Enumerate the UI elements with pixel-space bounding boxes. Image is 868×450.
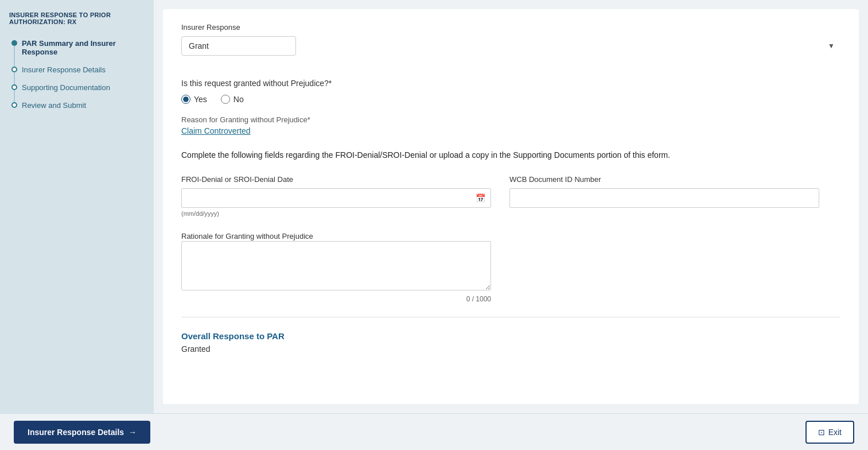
sidebar-item-label: Review and Submit (22, 101, 86, 110)
main-content: Insurer Response Grant Deny Modify ▼ Is … (154, 0, 868, 413)
prejudice-section: Is this request granted without Prejudic… (181, 79, 840, 104)
nav-dot (11, 67, 17, 72)
date-hint: (mm/dd/yyyy) (181, 210, 491, 217)
prejudice-yes-label: Yes (194, 95, 207, 104)
sidebar-item-label: Supporting Documentation (22, 83, 110, 92)
nav-connector (14, 56, 15, 61)
overall-response-title: Overall Response to PAR (181, 331, 840, 341)
reason-label: Reason for Granting without Prejudice* (181, 115, 840, 124)
section-divider (181, 317, 840, 317)
exit-icon: ⊡ (818, 428, 825, 437)
wcb-doc-id-field: WCB Document ID Number (509, 175, 819, 208)
overall-response-section: Overall Response to PAR Granted (181, 331, 840, 354)
wcb-doc-id-label: WCB Document ID Number (509, 175, 819, 184)
rationale-textarea[interactable] (181, 241, 491, 290)
overall-response-value: Granted (181, 344, 840, 354)
froi-denial-input[interactable] (181, 188, 491, 208)
sidebar-item-label: PAR Summary and Insurer Response (22, 39, 145, 56)
prejudice-no-radio[interactable] (221, 95, 230, 104)
rationale-label: Rationale for Granting without Prejudice (181, 232, 313, 240)
prejudice-question: Is this request granted without Prejudic… (181, 79, 840, 88)
prejudice-no-label: No (233, 95, 244, 104)
sidebar-header: INSURER RESPONSE TO PRIOR AUTHORIZATION:… (9, 11, 145, 25)
prejudice-radio-group: Yes No (181, 95, 840, 104)
nav-connector (14, 92, 15, 96)
insurer-response-select[interactable]: Grant Deny Modify (181, 36, 296, 56)
char-count: 0 / 1000 (181, 295, 491, 303)
nav-dot (11, 40, 17, 46)
insurer-response-field: Insurer Response Grant Deny Modify ▼ (181, 23, 840, 67)
prejudice-yes-radio[interactable] (181, 95, 190, 104)
next-button[interactable]: Insurer Response Details → (14, 421, 150, 444)
exit-button[interactable]: ⊡ Exit (805, 421, 854, 444)
insurer-response-label: Insurer Response (181, 23, 840, 32)
wcb-doc-id-input[interactable] (509, 188, 819, 208)
footer: Insurer Response Details → ⊡ Exit (0, 413, 868, 450)
chevron-down-icon: ▼ (828, 42, 835, 50)
froi-denial-field: FROI-Denial or SROI-Denial Date 📅 (mm/dd… (181, 175, 491, 217)
notice-text: Complete the following fields regarding … (181, 149, 840, 161)
froi-denial-input-wrapper: 📅 (181, 188, 491, 208)
next-button-label: Insurer Response Details (28, 428, 124, 437)
reason-section: Reason for Granting without Prejudice* C… (181, 115, 840, 135)
sidebar-item-review-and-submit[interactable]: Review and Submit (9, 96, 145, 114)
next-arrow-icon: → (129, 428, 137, 437)
froi-wcb-row: FROI-Denial or SROI-Denial Date 📅 (mm/dd… (181, 175, 840, 217)
nav-connector (14, 74, 15, 79)
sidebar-nav: PAR Summary and Insurer Response Insurer… (9, 34, 145, 114)
sidebar-item-supporting-documentation[interactable]: Supporting Documentation (9, 79, 145, 96)
nav-dot (11, 84, 17, 90)
nav-dot (11, 102, 17, 108)
insurer-response-select-wrapper: Grant Deny Modify ▼ (181, 36, 840, 56)
form-card: Insurer Response Grant Deny Modify ▼ Is … (163, 9, 859, 404)
froi-denial-label: FROI-Denial or SROI-Denial Date (181, 175, 491, 184)
reason-value[interactable]: Claim Controverted (181, 126, 840, 135)
rationale-section: Rationale for Granting without Prejudice… (181, 231, 491, 303)
sidebar-item-par-summary[interactable]: PAR Summary and Insurer Response (9, 34, 145, 61)
sidebar-item-insurer-response-details[interactable]: Insurer Response Details (9, 61, 145, 79)
prejudice-no-option[interactable]: No (221, 95, 244, 104)
sidebar-item-label: Insurer Response Details (22, 65, 106, 74)
prejudice-yes-option[interactable]: Yes (181, 95, 207, 104)
sidebar: INSURER RESPONSE TO PRIOR AUTHORIZATION:… (0, 0, 154, 413)
exit-button-label: Exit (828, 428, 842, 437)
